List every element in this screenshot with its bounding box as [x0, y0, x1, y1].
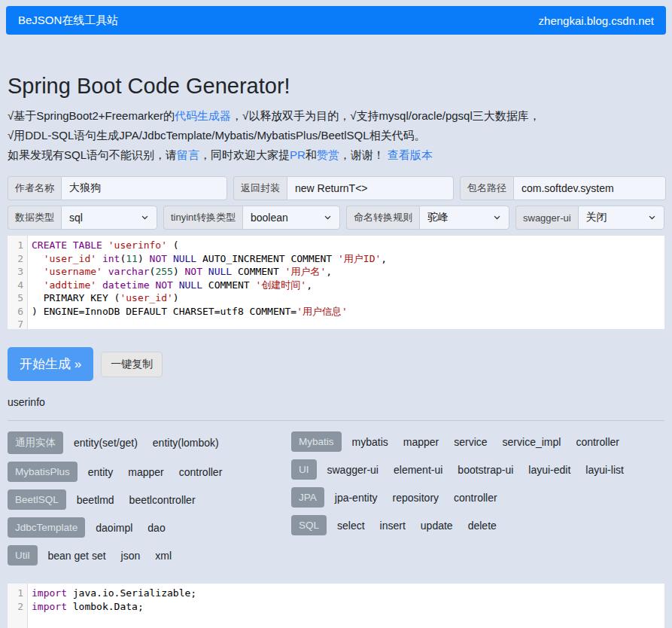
template-item[interactable]: json	[121, 550, 141, 562]
inline-link[interactable]: 留言	[177, 148, 199, 161]
code-token	[32, 266, 44, 277]
code-token	[202, 266, 208, 277]
intro-text: ，√以释放双手为目的，√支持mysql/oracle/pgsql三大数据库，	[231, 109, 540, 122]
code-token: datetime	[102, 279, 150, 291]
code-token: '用户信息'	[296, 306, 348, 317]
template-item[interactable]: service_impl	[503, 436, 561, 448]
code-token	[173, 279, 179, 291]
return-wrap-label: 返回封装	[233, 176, 287, 200]
template-item[interactable]: controller	[576, 436, 619, 448]
template-items: entitymappercontroller	[88, 466, 223, 478]
template-item[interactable]: select	[337, 520, 365, 532]
template-item[interactable]: xml	[155, 550, 172, 562]
line-number: 3	[8, 265, 27, 279]
template-item[interactable]: update	[421, 520, 453, 532]
template-item[interactable]: mapper	[128, 466, 163, 478]
code-token: '用户名'	[285, 266, 327, 277]
tinyint-type-group: tinyint转换类型 boolean	[163, 206, 340, 230]
code-line: import java.io.Serializable;	[32, 587, 664, 600]
inline-link[interactable]: PR	[290, 148, 306, 161]
chevron-down-icon	[141, 212, 149, 224]
code-line: PRIMARY KEY ('user_id')	[32, 291, 664, 305]
author-group: 作者名称	[8, 176, 227, 200]
brand-link[interactable]: BeJSON在线工具站	[18, 14, 118, 28]
code-token	[102, 266, 108, 277]
template-badge: UI	[291, 459, 317, 480]
code-token: NOT	[185, 266, 202, 277]
code-token: )	[138, 253, 150, 264]
intro-text: √基于SpringBoot2+Freemarker的	[8, 109, 175, 122]
tinyint-type-select[interactable]: boolean	[242, 206, 340, 230]
template-item[interactable]: dao	[147, 522, 165, 534]
package-path-input[interactable]	[513, 176, 666, 200]
template-item[interactable]: controller	[179, 466, 223, 478]
template-item[interactable]: service	[454, 436, 487, 448]
code-line: 'username' varchar(255) NOT NULL COMMENT…	[32, 265, 664, 279]
template-item[interactable]: entity(lombok)	[153, 437, 219, 449]
code-token: 255	[155, 266, 172, 277]
template-items: mybatismapperserviceservice_implcontroll…	[352, 436, 619, 448]
inline-link[interactable]: 查看版本	[388, 148, 433, 161]
template-item[interactable]: repository	[393, 492, 439, 504]
sql-editor[interactable]: 1234567 CREATE TABLE 'userinfo' ( 'user_…	[8, 236, 664, 329]
chevron-down-icon	[493, 212, 501, 224]
template-badge: 通用实体	[8, 431, 63, 454]
template-item[interactable]: layui-list	[585, 464, 624, 476]
form-row-2: 数据类型 sql tinyint转换类型 boolean 命名转换规则 驼峰 s…	[8, 206, 664, 230]
code-token: 'addtime'	[44, 279, 96, 291]
naming-rule-label: 命名转换规则	[346, 206, 419, 230]
template-items: bean get setjsonxml	[48, 550, 172, 562]
author-input[interactable]	[61, 176, 227, 200]
code-token	[102, 239, 108, 251]
line-number: 4	[8, 279, 27, 292]
template-badge: JPA	[291, 487, 324, 508]
template-item[interactable]: entity(set/get)	[74, 437, 138, 449]
return-wrap-input[interactable]	[287, 176, 454, 200]
template-row: 通用实体entity(set/get)entity(lombok)	[8, 431, 291, 454]
template-item[interactable]: element-ui	[394, 464, 442, 476]
template-item[interactable]: layui-edit	[528, 464, 570, 476]
template-item[interactable]: daoimpl	[96, 522, 132, 534]
template-item[interactable]: beetlmd	[77, 494, 114, 506]
template-item[interactable]: delete	[468, 520, 497, 532]
code-token: NOT	[150, 253, 167, 264]
line-number: 7	[8, 318, 27, 331]
template-item[interactable]: controller	[454, 492, 497, 504]
intro-text: ，同时欢迎大家提	[199, 148, 290, 161]
code-token: 'user_id'	[120, 292, 172, 303]
template-item[interactable]: mybatis	[352, 436, 388, 448]
inline-link[interactable]: 赞赏	[317, 148, 339, 161]
code-token: CREATE TABLE	[32, 239, 102, 251]
external-link[interactable]: zhengkai.blog.csdn.net	[539, 14, 654, 27]
template-item[interactable]: bootstrap-ui	[458, 464, 513, 476]
code-token: varchar	[108, 266, 150, 277]
copy-button[interactable]: 一键复制	[101, 352, 163, 377]
intro-line: √基于SpringBoot2+Freemarker的代码生成器，√以释放双手为目…	[8, 106, 664, 126]
template-item[interactable]: mapper	[403, 436, 439, 448]
code-token: NULL	[173, 253, 196, 264]
naming-rule-select[interactable]: 驼峰	[419, 206, 509, 230]
inline-link[interactable]: 代码生成器	[175, 109, 231, 122]
template-item[interactable]: entity	[88, 466, 113, 478]
code-token	[96, 279, 102, 291]
code-token: 'userinfo'	[108, 239, 167, 251]
generate-button[interactable]: 开始生成 »	[8, 347, 93, 381]
editor-gutter: 1234567	[8, 236, 28, 329]
template-row: Mybatismybatismapperserviceservice_implc…	[291, 431, 664, 452]
template-item[interactable]: beetlcontroller	[129, 494, 196, 506]
data-type-select[interactable]: sql	[61, 206, 157, 230]
template-column-right: Mybatismybatismapperserviceservice_implc…	[291, 431, 664, 573]
template-item[interactable]: jpa-entity	[335, 492, 378, 504]
template-item[interactable]: insert	[380, 520, 406, 532]
template-badge: SQL	[291, 515, 327, 535]
code-token	[32, 279, 44, 291]
template-item[interactable]: bean get set	[48, 550, 106, 562]
template-column-left: 通用实体entity(set/get)entity(lombok)Mybatis…	[8, 431, 291, 573]
code-line	[32, 318, 664, 329]
package-path-label: 包名路径	[460, 176, 513, 200]
code-token: int	[102, 253, 120, 264]
java-preview[interactable]: 12 import java.io.Serializable;import lo…	[8, 584, 664, 628]
template-item[interactable]: swagger-ui	[327, 464, 379, 476]
swagger-select[interactable]: 关闭	[578, 206, 664, 230]
code-token: import	[32, 587, 67, 599]
